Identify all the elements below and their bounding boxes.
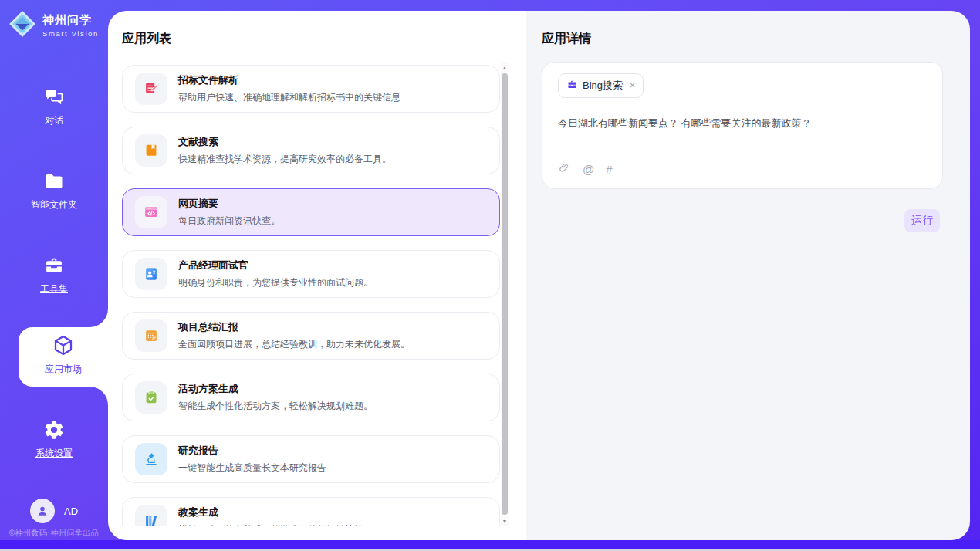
app-name: 项目总结汇报 (178, 320, 410, 334)
tag-label: Bing搜索 (583, 79, 623, 93)
app-window: 神州问学 Smart Vision 对话 智能文件夹 (0, 0, 980, 551)
app-list-scrollbar[interactable]: ▲ ▼ (501, 63, 509, 526)
toolbox-icon (43, 265, 65, 279)
query-input-card[interactable]: Bing搜索 × 今日湖北有哪些新闻要点？ 有哪些需要关注的最新政策？ @ # (542, 62, 943, 189)
app-detail-title: 应用详情 (542, 31, 591, 47)
sidebar-item-label: 对话 (0, 114, 108, 127)
briefcase-icon (566, 79, 578, 93)
card-event-plan-generator[interactable]: 活动方案生成 智能生成个性化活动方案，轻松解决规划难题。 (122, 374, 500, 421)
card-research-report[interactable]: 研究报告 一键智能生成高质量长文本研究报告 (122, 435, 500, 483)
card-webpage-summary-selected[interactable]: 网页摘要 每日政府新闻资讯快查。 (122, 188, 500, 236)
brand-subtitle: Smart Vision (42, 29, 99, 38)
document-pen-icon (135, 73, 167, 105)
app-name: 招标文件解析 (178, 73, 400, 87)
app-desc: 帮助用户快速、准确地理解和解析招标书中的关键信息 (178, 91, 400, 104)
app-name: 网页摘要 (178, 197, 280, 211)
bottom-accent-strip (0, 540, 980, 549)
note-icon (135, 319, 167, 352)
sidebar: 神州问学 Smart Vision 对话 智能文件夹 (0, 0, 108, 540)
sidebar-item-label: 工具集 (0, 282, 108, 296)
folder-icon (43, 181, 65, 194)
app-desc: 全面回顾项目进展，总结经验教训，助力未来优化发展。 (178, 338, 410, 351)
scrollbar-thumb[interactable] (502, 73, 508, 515)
sidebar-item-label: 系统设置 (0, 447, 108, 460)
sidebar-item-chat[interactable]: 对话 (0, 86, 108, 127)
clipboard-check-icon (135, 381, 167, 414)
app-name: 研究报告 (178, 444, 326, 458)
brand-name: 神州问学 (42, 13, 99, 28)
sidebar-item-toolset[interactable]: 工具集 (0, 255, 108, 296)
card-bid-document-analysis[interactable]: 招标文件解析 帮助用户快速、准确地理解和解析招标书中的关键信息 (122, 65, 500, 113)
content-area: 应用列表 招标文件解析 帮助用户快速、准确地理解和解析招标书中的关键信息 (108, 11, 970, 540)
app-desc: 一键智能生成高质量长文本研究报告 (178, 461, 326, 475)
gear-icon (43, 430, 65, 443)
app-desc: 快速精准查找学术资源，提高研究效率的必备工具。 (178, 153, 391, 166)
person-doc-icon (135, 258, 167, 290)
tool-tag-bing-search[interactable]: Bing搜索 × (558, 73, 644, 98)
app-desc: 明确身份和职责，为您提供专业性的面试问题。 (178, 276, 373, 289)
card-pm-interviewer[interactable]: 产品经理面试官 明确身份和职责，为您提供专业性的面试问题。 (122, 250, 500, 298)
app-name: 教案生成 (178, 505, 363, 519)
card-literature-search[interactable]: 文献搜索 快速精准查找学术资源，提高研究效率的必备工具。 (122, 127, 500, 174)
sidebar-item-app-market-active[interactable]: 应用市场 (19, 327, 108, 387)
app-list-title: 应用列表 (122, 31, 171, 47)
browser-code-icon (135, 196, 167, 228)
user-name: AD (64, 505, 78, 517)
mention-icon[interactable]: @ (583, 164, 594, 176)
hash-icon[interactable]: # (606, 164, 612, 176)
card-project-summary[interactable]: 项目总结汇报 全面回顾项目进展，总结经验教训，助力未来优化发展。 (122, 312, 500, 360)
bubble-bottom-curve (90, 387, 108, 405)
close-icon[interactable]: × (630, 80, 635, 91)
avatar (30, 499, 55, 523)
chat-icon (43, 97, 65, 110)
brand-logo: 神州问学 Smart Vision (8, 9, 99, 42)
paperclip-icon[interactable] (558, 161, 571, 177)
copyright-footer: ©神州数码·神州问学出品 (0, 528, 108, 539)
app-list-panel: 应用列表 招标文件解析 帮助用户快速、准确地理解和解析招标书中的关键信息 (108, 11, 526, 540)
card-lesson-plan-generator[interactable]: 教案生成 模板驱动，教案秒成，教学准备从此轻松快捷 (122, 497, 500, 526)
sidebar-item-label: 应用市场 (19, 363, 108, 376)
user-account[interactable]: AD (0, 499, 108, 523)
microscope-icon (135, 443, 167, 475)
app-detail-panel: 应用详情 Bing搜索 × 今日湖北有哪些新闻要点？ 有哪些需要关注的最新政策？ (526, 11, 970, 540)
app-card-list: 招标文件解析 帮助用户快速、准确地理解和解析招标书中的关键信息 文献搜索 快速精… (122, 65, 500, 526)
app-name: 活动方案生成 (178, 382, 373, 396)
diamond-logo-icon (8, 9, 37, 42)
run-button[interactable]: 运行 (904, 209, 940, 232)
sidebar-item-label: 智能文件夹 (0, 198, 108, 211)
sidebar-item-settings[interactable]: 系统设置 (0, 419, 108, 460)
app-desc: 每日政府新闻资讯快查。 (178, 215, 280, 228)
input-toolbar: @ # (558, 161, 613, 177)
query-text[interactable]: 今日湖北有哪些新闻要点？ 有哪些需要关注的最新政策？ (558, 117, 927, 130)
app-name: 文献搜索 (178, 135, 391, 149)
book-icon (135, 134, 167, 167)
scroll-down-arrow-icon[interactable]: ▼ (501, 517, 509, 526)
app-name: 产品经理面试官 (178, 259, 373, 272)
app-desc: 模板驱动，教案秒成，教学准备从此轻松快捷 (178, 523, 363, 526)
cube-icon (51, 347, 76, 360)
sidebar-item-smart-folders[interactable]: 智能文件夹 (0, 171, 108, 211)
books-icon (135, 505, 167, 526)
bubble-top-curve (90, 309, 108, 327)
app-desc: 智能生成个性化活动方案，轻松解决规划难题。 (178, 400, 373, 413)
scroll-up-arrow-icon[interactable]: ▲ (501, 63, 509, 73)
